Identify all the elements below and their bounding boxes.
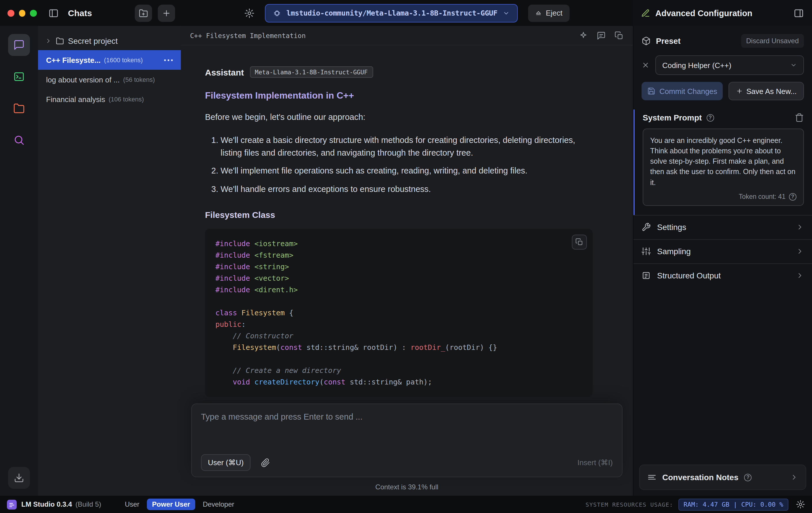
chip-icon: [273, 9, 281, 17]
search-icon: [13, 134, 25, 146]
assistant-message-header: Assistant Meta-Llama-3.1-8B-Instruct-GGU…: [205, 66, 596, 78]
folder-secret-project[interactable]: Secret project: [38, 32, 181, 50]
chat-list-item[interactable]: C++ Filesyste... (1600 tokens): [38, 50, 181, 70]
zoom-button[interactable]: [30, 9, 37, 17]
conversation-notes-label: Conversation Notes: [662, 473, 738, 482]
paperclip-icon: [261, 458, 270, 467]
chat-list-item[interactable]: log about version of ... (56 tokens): [38, 70, 181, 89]
status-bar: LM Studio 0.3.4 (Build 5) User Power Use…: [0, 496, 812, 513]
nav-developer-button[interactable]: [8, 66, 30, 88]
nav-discover-button[interactable]: [8, 129, 30, 151]
structured-output-icon: [641, 271, 651, 280]
section-settings[interactable]: Settings: [634, 215, 812, 239]
chevron-down-icon: [790, 62, 797, 69]
help-icon[interactable]: ?: [706, 114, 714, 122]
conversation-icon[interactable]: [597, 31, 606, 40]
chat-title: C++ Filesystem Implementation: [190, 31, 306, 39]
sparkle-icon[interactable]: [579, 31, 588, 40]
new-chat-button[interactable]: [158, 4, 175, 22]
chat-item-tokens: (1600 tokens): [104, 56, 143, 63]
close-x-icon[interactable]: [641, 61, 649, 69]
chats-sidebar: Secret project C++ Filesyste... (1600 to…: [38, 26, 181, 496]
model-settings-gear-icon[interactable]: [244, 8, 255, 18]
preset-dropdown[interactable]: Coding Helper (C++): [655, 55, 804, 75]
discard-unsaved-button[interactable]: Discard Unsaved: [741, 34, 804, 48]
copy-code-button[interactable]: [572, 235, 587, 250]
panel-right-icon[interactable]: [793, 8, 804, 18]
config-panel-header: Advanced Configuration: [633, 0, 812, 26]
assistant-model-badge: Meta-Llama-3.1-8B-Instruct-GGUF: [250, 66, 373, 78]
chat-bubble-icon: [13, 39, 25, 51]
eject-model-button[interactable]: Eject: [528, 4, 569, 22]
chevron-right-icon: [796, 271, 804, 279]
message-heading: Filesystem Implementation in C++: [205, 90, 596, 101]
commit-changes-button[interactable]: Commit Changes: [641, 82, 723, 100]
new-folder-button[interactable]: [135, 4, 152, 22]
resources-usage-label: SYSTEM RESOURCES USAGE:: [586, 501, 673, 508]
message-list-item: We'll implement file operations such as …: [221, 165, 596, 178]
assistant-role-label: Assistant: [205, 67, 244, 77]
system-prompt-label: System Prompt: [643, 113, 702, 122]
section-structured-output[interactable]: Structured Output: [634, 263, 812, 287]
message-list-item: We'll handle errors and exceptions to en…: [221, 183, 596, 196]
message-subheading: Filesystem Class: [205, 210, 596, 220]
lmstudio-logo: [7, 500, 17, 509]
resources-badge[interactable]: RAM: 4.47 GB | CPU: 0.00 %: [678, 498, 788, 510]
mode-power-user[interactable]: Power User: [147, 498, 195, 510]
chevron-right-icon: [790, 473, 798, 481]
token-count-row: Token count: 41 ?: [650, 193, 796, 200]
chat-item-tokens: (56 tokens): [123, 76, 155, 83]
message-list: We'll create a basic directory structure…: [205, 134, 596, 196]
trash-icon[interactable]: [795, 113, 804, 122]
message-input[interactable]: Type a message and press Enter to send .…: [201, 412, 613, 454]
section-sampling[interactable]: Sampling: [634, 239, 812, 263]
insert-button[interactable]: Insert (⌘I): [577, 458, 613, 467]
duplicate-icon[interactable]: [614, 31, 624, 40]
chat-main: C++ Filesystem Implementation Assistant …: [181, 26, 633, 496]
panel-left-icon[interactable]: [45, 4, 62, 22]
mode-developer[interactable]: Developer: [198, 498, 239, 510]
message-list-item: We'll create a basic directory structure…: [221, 134, 596, 159]
preset-dropdown-value: Coding Helper (C++): [662, 61, 785, 70]
conversation-notes-row[interactable]: Conversation Notes ?: [639, 465, 806, 490]
nav-chat-button[interactable]: [8, 34, 30, 56]
context-usage-status: Context is 39.1% full: [181, 477, 633, 496]
save-icon: [647, 87, 655, 95]
advanced-configuration-panel: Preset Discard Unsaved Coding Helper (C+…: [633, 26, 812, 496]
mode-user[interactable]: User: [119, 498, 145, 510]
help-icon[interactable]: ?: [789, 193, 796, 200]
section-label: Structured Output: [657, 271, 789, 280]
chat-item-tokens: (106 tokens): [109, 96, 144, 103]
folder-icon: [56, 37, 64, 45]
message-input-box[interactable]: Type a message and press Enter to send .…: [191, 404, 622, 477]
composer-toolbar: User (⌘U) Insert (⌘I): [201, 454, 613, 471]
preset-header: Preset Discard Unsaved: [634, 34, 812, 48]
save-as-new-button[interactable]: Save As New...: [729, 82, 804, 100]
eject-icon: [535, 9, 542, 17]
system-prompt-header: System Prompt ?: [643, 113, 804, 122]
chat-list-item[interactable]: Financial analysis (106 tokens): [38, 89, 181, 109]
section-label: Settings: [657, 222, 789, 232]
app-build: (Build 5): [76, 500, 101, 508]
minimize-button[interactable]: [19, 9, 25, 17]
attach-file-button[interactable]: [257, 455, 273, 470]
chat-transcript: Assistant Meta-Llama-3.1-8B-Instruct-GGU…: [181, 46, 633, 399]
chats-header: Chats: [37, 4, 181, 22]
downloads-button[interactable]: [8, 467, 30, 489]
preset-label: Preset: [656, 36, 681, 46]
system-prompt-editor[interactable]: You are an incredibly good C++ engineer.…: [643, 129, 804, 206]
help-icon[interactable]: ?: [744, 474, 752, 481]
download-icon: [14, 473, 24, 483]
settings-gear-icon[interactable]: [796, 500, 805, 509]
chevron-down-icon: [502, 9, 510, 17]
pencil-icon: [641, 8, 650, 18]
role-user-button[interactable]: User (⌘U): [201, 454, 251, 471]
nav-my-models-button[interactable]: [8, 98, 30, 119]
close-button[interactable]: [7, 9, 14, 17]
window-body: Secret project C++ Filesyste... (1600 to…: [0, 26, 812, 496]
title-bar-left: Chats: [0, 0, 181, 26]
ellipsis-icon[interactable]: [164, 59, 173, 61]
copy-icon: [575, 238, 583, 246]
model-selector[interactable]: lmstudio-community/Meta-Llama-3.1-8B-Ins…: [265, 4, 518, 22]
token-count: Token count: 41: [739, 193, 785, 200]
